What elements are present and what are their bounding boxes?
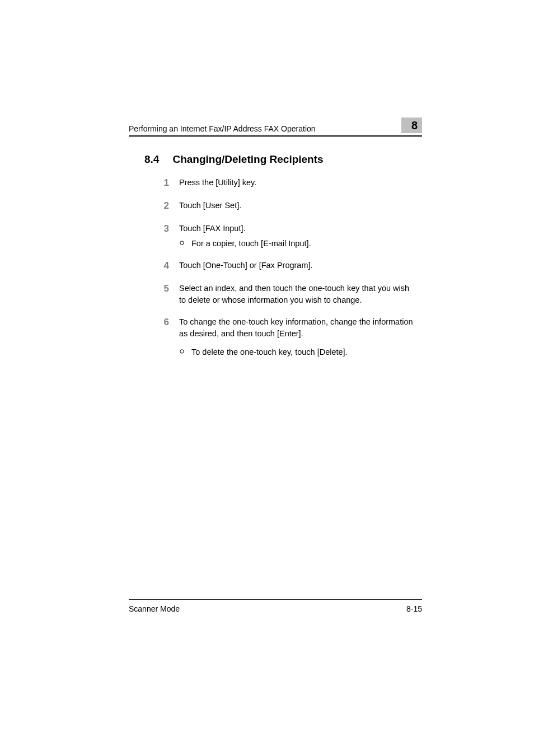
step-text: Touch [One-Touch] or [Fax Program]. xyxy=(179,260,313,271)
sub-text: For a copier, touch [E-mail Input]. xyxy=(191,238,311,250)
list-item: 3 Touch [FAX Input]. For a copier, touch… xyxy=(160,223,422,250)
step-text: Touch [User Set]. xyxy=(179,200,241,212)
page: Performing an Internet Fax/IP Address FA… xyxy=(0,0,534,756)
step-text: Touch [FAX Input]. xyxy=(179,223,311,234)
step-body: Touch [User Set]. xyxy=(179,200,241,212)
list-item: 2 Touch [User Set]. xyxy=(160,200,422,213)
footer-page-number: 8-15 xyxy=(406,604,422,613)
step-body: To change the one-touch key information,… xyxy=(179,316,414,358)
list-item: 6 To change the one-touch key informatio… xyxy=(160,316,422,358)
step-number: 2 xyxy=(160,200,169,213)
step-body: Press the [Utility] key. xyxy=(179,177,256,189)
step-number: 5 xyxy=(160,283,169,295)
chapter-badge: 8 xyxy=(401,118,422,133)
step-number: 3 xyxy=(160,223,169,236)
step-body: Touch [One-Touch] or [Fax Program]. xyxy=(179,260,313,271)
step-text: To change the one-touch key information,… xyxy=(179,316,414,340)
step-number: 1 xyxy=(160,177,169,190)
step-body: Select an index, and then touch the one-… xyxy=(179,283,414,306)
steps-list: 1 Press the [Utility] key. 2 Touch [User… xyxy=(160,177,422,358)
page-header: Performing an Internet Fax/IP Address FA… xyxy=(129,118,422,137)
step-text: Select an index, and then touch the one-… xyxy=(179,283,414,306)
svg-point-1 xyxy=(180,350,184,353)
list-item: 1 Press the [Utility] key. xyxy=(160,177,422,190)
step-number: 6 xyxy=(160,316,169,329)
footer-doc-title: Scanner Mode xyxy=(129,604,180,613)
bullet-icon xyxy=(179,346,185,358)
section-title: Changing/Deleting Recipients xyxy=(172,153,323,166)
svg-point-0 xyxy=(180,241,184,245)
sub-item: To delete the one-touch key, touch [Dele… xyxy=(179,346,414,358)
running-head: Performing an Internet Fax/IP Address FA… xyxy=(129,124,316,133)
step-text: Press the [Utility] key. xyxy=(179,177,256,189)
bullet-icon xyxy=(179,238,185,250)
section-heading: 8.4 Changing/Deleting Recipients xyxy=(144,153,422,166)
step-number: 4 xyxy=(160,260,169,273)
step-body: Touch [FAX Input]. For a copier, touch [… xyxy=(179,223,311,250)
section-number: 8.4 xyxy=(144,153,159,166)
sub-item: For a copier, touch [E-mail Input]. xyxy=(179,238,311,250)
sub-text: To delete the one-touch key, touch [Dele… xyxy=(191,346,348,358)
list-item: 5 Select an index, and then touch the on… xyxy=(160,283,422,306)
list-item: 4 Touch [One-Touch] or [Fax Program]. xyxy=(160,260,422,273)
page-footer: Scanner Mode 8-15 xyxy=(129,599,422,613)
